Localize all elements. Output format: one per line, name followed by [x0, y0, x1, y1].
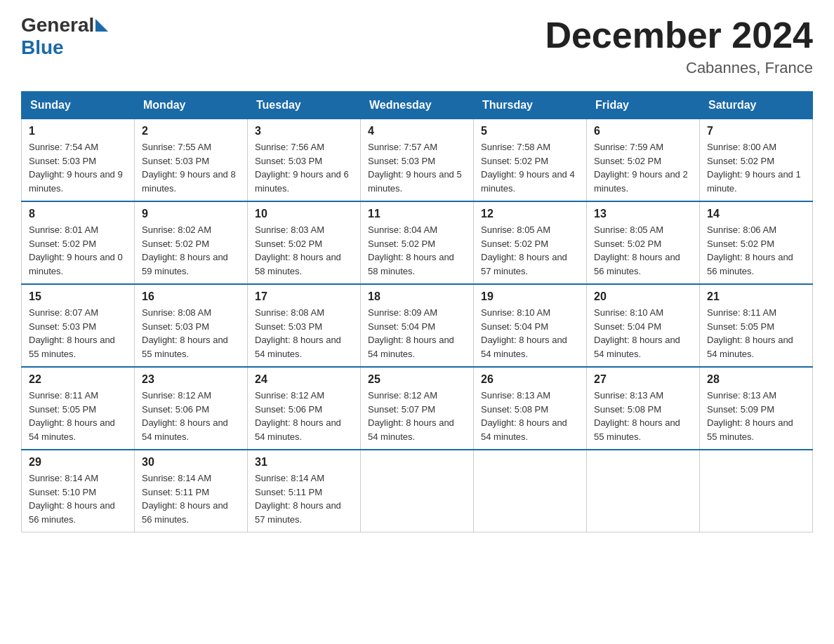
logo-general-text: General [21, 14, 94, 36]
day-number: 7 [707, 125, 805, 137]
day-info: Sunrise: 8:08 AMSunset: 5:03 PMDaylight:… [142, 307, 228, 359]
calendar-week-4: 22 Sunrise: 8:11 AMSunset: 5:05 PMDaylig… [22, 367, 813, 450]
day-info: Sunrise: 8:01 AMSunset: 5:02 PMDaylight:… [29, 224, 123, 276]
day-number: 29 [29, 456, 127, 469]
day-number: 25 [368, 373, 466, 386]
day-number: 6 [594, 125, 692, 137]
col-header-saturday: Saturday [700, 92, 813, 119]
calendar-cell: 26 Sunrise: 8:13 AMSunset: 5:08 PMDaylig… [474, 367, 587, 450]
calendar-cell: 19 Sunrise: 8:10 AMSunset: 5:04 PMDaylig… [474, 284, 587, 367]
day-number: 28 [707, 373, 805, 386]
calendar-cell: 24 Sunrise: 8:12 AMSunset: 5:06 PMDaylig… [248, 367, 361, 450]
day-number: 18 [368, 290, 466, 303]
day-number: 11 [368, 208, 466, 220]
calendar-cell [361, 450, 474, 532]
calendar-cell [700, 450, 813, 532]
day-number: 8 [29, 208, 127, 220]
calendar-header-row: SundayMondayTuesdayWednesdayThursdayFrid… [22, 92, 813, 119]
col-header-sunday: Sunday [22, 92, 135, 119]
day-info: Sunrise: 8:09 AMSunset: 5:04 PMDaylight:… [368, 307, 454, 359]
calendar-cell: 12 Sunrise: 8:05 AMSunset: 5:02 PMDaylig… [474, 201, 587, 284]
calendar-cell: 9 Sunrise: 8:02 AMSunset: 5:02 PMDayligh… [135, 201, 248, 284]
day-info: Sunrise: 8:06 AMSunset: 5:02 PMDaylight:… [707, 224, 793, 276]
calendar-cell: 4 Sunrise: 7:57 AMSunset: 5:03 PMDayligh… [361, 119, 474, 202]
day-info: Sunrise: 8:04 AMSunset: 5:02 PMDaylight:… [368, 224, 454, 276]
day-info: Sunrise: 7:58 AMSunset: 5:02 PMDaylight:… [481, 142, 575, 194]
calendar-cell: 15 Sunrise: 8:07 AMSunset: 5:03 PMDaylig… [22, 284, 135, 367]
calendar-week-3: 15 Sunrise: 8:07 AMSunset: 5:03 PMDaylig… [22, 284, 813, 367]
day-number: 19 [481, 290, 579, 303]
day-info: Sunrise: 8:10 AMSunset: 5:04 PMDaylight:… [594, 307, 680, 359]
calendar-week-2: 8 Sunrise: 8:01 AMSunset: 5:02 PMDayligh… [22, 201, 813, 284]
day-info: Sunrise: 8:10 AMSunset: 5:04 PMDaylight:… [481, 307, 567, 359]
day-number: 22 [29, 373, 127, 386]
calendar-cell: 10 Sunrise: 8:03 AMSunset: 5:02 PMDaylig… [248, 201, 361, 284]
day-info: Sunrise: 8:13 AMSunset: 5:08 PMDaylight:… [594, 390, 680, 442]
calendar-cell: 27 Sunrise: 8:13 AMSunset: 5:08 PMDaylig… [587, 367, 700, 450]
col-header-thursday: Thursday [474, 92, 587, 119]
day-number: 15 [29, 290, 127, 303]
calendar-cell: 25 Sunrise: 8:12 AMSunset: 5:07 PMDaylig… [361, 367, 474, 450]
day-number: 1 [29, 125, 127, 137]
day-info: Sunrise: 8:07 AMSunset: 5:03 PMDaylight:… [29, 307, 115, 359]
day-info: Sunrise: 8:14 AMSunset: 5:10 PMDaylight:… [29, 473, 115, 525]
calendar-cell: 13 Sunrise: 8:05 AMSunset: 5:02 PMDaylig… [587, 201, 700, 284]
day-info: Sunrise: 8:05 AMSunset: 5:02 PMDaylight:… [594, 224, 680, 276]
calendar-cell [474, 450, 587, 532]
day-info: Sunrise: 8:11 AMSunset: 5:05 PMDaylight:… [29, 390, 115, 442]
calendar-cell: 14 Sunrise: 8:06 AMSunset: 5:02 PMDaylig… [700, 201, 813, 284]
calendar-cell: 23 Sunrise: 8:12 AMSunset: 5:06 PMDaylig… [135, 367, 248, 450]
location-text: Cabannes, France [545, 59, 813, 77]
day-info: Sunrise: 8:11 AMSunset: 5:05 PMDaylight:… [707, 307, 793, 359]
day-number: 14 [707, 208, 805, 220]
day-number: 10 [255, 208, 353, 220]
day-number: 17 [255, 290, 353, 303]
calendar-cell: 17 Sunrise: 8:08 AMSunset: 5:03 PMDaylig… [248, 284, 361, 367]
logo: General Blue [21, 14, 110, 59]
day-info: Sunrise: 7:55 AMSunset: 5:03 PMDaylight:… [142, 142, 236, 194]
day-number: 20 [594, 290, 692, 303]
calendar-table: SundayMondayTuesdayWednesdayThursdayFrid… [21, 91, 813, 532]
calendar-cell: 8 Sunrise: 8:01 AMSunset: 5:02 PMDayligh… [22, 201, 135, 284]
day-number: 26 [481, 373, 579, 386]
calendar-cell [587, 450, 700, 532]
day-info: Sunrise: 8:14 AMSunset: 5:11 PMDaylight:… [142, 473, 228, 525]
calendar-cell: 3 Sunrise: 7:56 AMSunset: 5:03 PMDayligh… [248, 119, 361, 202]
col-header-wednesday: Wednesday [361, 92, 474, 119]
day-info: Sunrise: 8:02 AMSunset: 5:02 PMDaylight:… [142, 224, 228, 276]
calendar-cell: 29 Sunrise: 8:14 AMSunset: 5:10 PMDaylig… [22, 450, 135, 532]
day-number: 24 [255, 373, 353, 386]
day-number: 12 [481, 208, 579, 220]
day-info: Sunrise: 7:54 AMSunset: 5:03 PMDaylight:… [29, 142, 123, 194]
day-number: 3 [255, 125, 353, 137]
calendar-cell: 20 Sunrise: 8:10 AMSunset: 5:04 PMDaylig… [587, 284, 700, 367]
calendar-cell: 5 Sunrise: 7:58 AMSunset: 5:02 PMDayligh… [474, 119, 587, 202]
calendar-cell: 1 Sunrise: 7:54 AMSunset: 5:03 PMDayligh… [22, 119, 135, 202]
col-header-friday: Friday [587, 92, 700, 119]
calendar-cell: 31 Sunrise: 8:14 AMSunset: 5:11 PMDaylig… [248, 450, 361, 532]
day-number: 30 [142, 456, 240, 469]
calendar-cell: 2 Sunrise: 7:55 AMSunset: 5:03 PMDayligh… [135, 119, 248, 202]
logo-blue-text: Blue [21, 36, 64, 58]
day-info: Sunrise: 7:57 AMSunset: 5:03 PMDaylight:… [368, 142, 462, 194]
day-number: 16 [142, 290, 240, 303]
day-info: Sunrise: 7:59 AMSunset: 5:02 PMDaylight:… [594, 142, 688, 194]
day-info: Sunrise: 8:05 AMSunset: 5:02 PMDaylight:… [481, 224, 567, 276]
day-number: 31 [255, 456, 353, 469]
day-number: 4 [368, 125, 466, 137]
calendar-cell: 6 Sunrise: 7:59 AMSunset: 5:02 PMDayligh… [587, 119, 700, 202]
month-title: December 2024 [545, 14, 813, 56]
calendar-cell: 7 Sunrise: 8:00 AMSunset: 5:02 PMDayligh… [700, 119, 813, 202]
title-area: December 2024 Cabannes, France [545, 14, 813, 77]
day-info: Sunrise: 8:08 AMSunset: 5:03 PMDaylight:… [255, 307, 341, 359]
day-info: Sunrise: 8:00 AMSunset: 5:02 PMDaylight:… [707, 142, 801, 194]
calendar-cell: 30 Sunrise: 8:14 AMSunset: 5:11 PMDaylig… [135, 450, 248, 532]
day-info: Sunrise: 8:12 AMSunset: 5:06 PMDaylight:… [255, 390, 341, 442]
calendar-cell: 16 Sunrise: 8:08 AMSunset: 5:03 PMDaylig… [135, 284, 248, 367]
day-number: 27 [594, 373, 692, 386]
day-number: 9 [142, 208, 240, 220]
day-number: 23 [142, 373, 240, 386]
col-header-monday: Monday [135, 92, 248, 119]
calendar-cell: 11 Sunrise: 8:04 AMSunset: 5:02 PMDaylig… [361, 201, 474, 284]
day-info: Sunrise: 8:13 AMSunset: 5:08 PMDaylight:… [481, 390, 567, 442]
